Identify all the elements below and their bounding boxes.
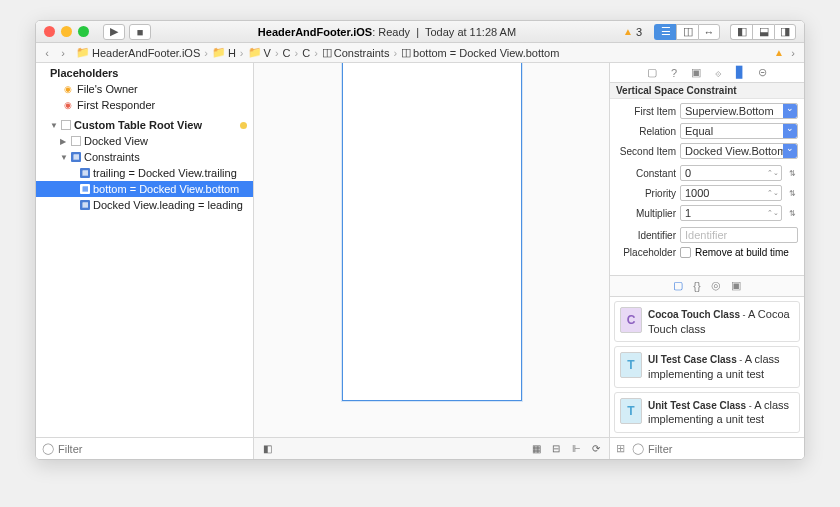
run-button[interactable]: ▶ — [103, 24, 125, 40]
issue-count[interactable]: ▲ 3 — [623, 26, 642, 38]
jump-bar[interactable]: ‹ › 📁 HeaderAndFooter.iOS› 📁 H› 📁 V› C› … — [36, 43, 804, 63]
library-item[interactable]: T Unit Test Case Class - A class impleme… — [614, 392, 800, 433]
multiplier-field[interactable]: 1 — [680, 205, 782, 221]
help-inspector-tab[interactable]: ? — [667, 67, 681, 79]
grid-view-icon[interactable]: ⊞ — [616, 442, 628, 455]
disclosure-icon[interactable]: ▼ — [50, 121, 58, 130]
outline-filter-input[interactable] — [58, 443, 247, 455]
attributes-inspector-tab[interactable]: ⟐ — [711, 67, 725, 79]
files-owner-item[interactable]: ◉ File's Owner — [36, 81, 253, 97]
stack-button[interactable]: ▦ — [529, 443, 543, 454]
align-button[interactable]: ⊟ — [549, 443, 563, 454]
inspector-panel: ▢ ? ▣ ⟐ ▊ ⊝ Vertical Space Constraint Fi… — [609, 63, 804, 459]
pin-button[interactable]: ⊩ — [569, 443, 583, 454]
outline-toggle-button[interactable]: ◧ — [260, 443, 274, 454]
size-inspector-tab[interactable]: ▊ — [733, 66, 747, 79]
library-item[interactable]: T UI Test Case Class - A class implement… — [614, 346, 800, 387]
interface-builder-canvas: ◧ ▦ ⊟ ⊩ ⟳ — [254, 63, 609, 459]
filter-icon: ◯ — [42, 442, 54, 455]
placeholder-label: Placeholder — [616, 247, 676, 258]
priority-stepper[interactable]: ⇅ — [786, 189, 798, 198]
constraint-section-header: Vertical Space Constraint — [610, 83, 804, 99]
connections-inspector-tab[interactable]: ⊝ — [755, 66, 769, 79]
build-time: Today at 11:28 AM — [425, 26, 516, 38]
standard-editor-button[interactable]: ☰ — [654, 24, 676, 40]
media-library-tab[interactable]: ▣ — [731, 279, 741, 292]
disclosure-icon[interactable]: ▶ — [60, 137, 68, 146]
back-button[interactable]: ‹ — [40, 47, 54, 59]
constraint-icon: ▦ — [80, 184, 90, 194]
file-inspector-tab[interactable]: ▢ — [645, 66, 659, 79]
library-filter-input[interactable] — [648, 443, 798, 455]
warning-number: 3 — [636, 26, 642, 38]
jump-seg-4[interactable]: C — [302, 47, 310, 59]
root-view-item[interactable]: ▼ Custom Table Root View — [36, 117, 253, 133]
identifier-label: Identifier — [616, 230, 676, 241]
constraint-icon: ▦ — [80, 168, 90, 178]
multiplier-stepper[interactable]: ⇅ — [786, 209, 798, 218]
library-filter: ⊞ ◯ — [610, 437, 804, 459]
constraint-leading[interactable]: ▦ Docked View.leading = leading — [36, 197, 253, 213]
test-icon: T — [620, 398, 642, 424]
warning-icon: ▲ — [623, 26, 633, 37]
relation-label: Relation — [616, 126, 676, 137]
document-outline[interactable]: Placeholders ◉ File's Owner ◉ First Resp… — [36, 63, 253, 437]
jump-warning-icon[interactable]: ▲ — [774, 47, 784, 58]
view-icon — [71, 136, 81, 146]
toggle-inspector-button[interactable]: ◨ — [774, 24, 796, 40]
remove-checkbox[interactable] — [680, 247, 691, 258]
object-library-tab[interactable]: ◎ — [711, 279, 721, 292]
docked-view-item[interactable]: ▶ Docked View — [36, 133, 253, 149]
library-list: C Cocoa Touch Class - A Cocoa Touch clas… — [610, 297, 804, 437]
xcode-window: ▶ ■ HeaderAndFooter.iOS: Ready | Today a… — [35, 20, 805, 460]
jump-seg-project[interactable]: 📁 HeaderAndFooter.iOS — [76, 46, 200, 59]
responder-icon: ◉ — [62, 99, 74, 111]
outline-filter: ◯ — [36, 437, 253, 459]
minimize-button[interactable] — [61, 26, 72, 37]
constraint-bottom[interactable]: ▦ bottom = Docked View.bottom — [36, 181, 253, 197]
warning-dot-icon — [240, 122, 247, 129]
constraints-icon: ▦ — [71, 152, 81, 162]
inspector-tabs: ▢ ? ▣ ⟐ ▊ ⊝ — [610, 63, 804, 83]
version-editor-button[interactable]: ↔ — [698, 24, 720, 40]
jump-seg-constraint[interactable]: ◫ bottom = Docked View.bottom — [401, 46, 559, 59]
close-button[interactable] — [44, 26, 55, 37]
constant-stepper[interactable]: ⇅ — [786, 169, 798, 178]
canvas-toolbar: ◧ ▦ ⊟ ⊩ ⟳ — [254, 437, 609, 459]
relation-select[interactable]: Equal — [680, 123, 798, 139]
jump-seg-2[interactable]: 📁 V — [248, 46, 271, 59]
forward-button[interactable]: › — [56, 47, 70, 59]
canvas-body[interactable] — [254, 63, 609, 437]
identifier-field[interactable]: Identifier — [680, 227, 798, 243]
constant-label: Constant — [616, 168, 676, 179]
stop-button[interactable]: ■ — [129, 24, 151, 40]
filter-icon: ◯ — [632, 442, 644, 455]
code-snippet-tab[interactable]: {} — [693, 280, 700, 292]
disclosure-icon[interactable]: ▼ — [60, 153, 68, 162]
jump-seg-1[interactable]: 📁 H — [212, 46, 236, 59]
first-item-select[interactable]: Superview.Bottom — [680, 103, 798, 119]
identity-inspector-tab[interactable]: ▣ — [689, 66, 703, 79]
library-item[interactable]: C Cocoa Touch Class - A Cocoa Touch clas… — [614, 301, 800, 342]
device-preview[interactable] — [342, 63, 522, 401]
constraints-group[interactable]: ▼ ▦ Constraints — [36, 149, 253, 165]
project-name: HeaderAndFooter.iOS — [258, 26, 372, 38]
assistant-editor-button[interactable]: ◫ — [676, 24, 698, 40]
jump-seg-constraints[interactable]: ◫ Constraints — [322, 46, 390, 59]
constraint-icon: ▦ — [80, 200, 90, 210]
constraint-trailing[interactable]: ▦ trailing = Docked View.trailing — [36, 165, 253, 181]
priority-field[interactable]: 1000 — [680, 185, 782, 201]
resolve-button[interactable]: ⟳ — [589, 443, 603, 454]
window-controls — [44, 26, 89, 37]
jump-next-issue[interactable]: › — [786, 47, 800, 59]
zoom-button[interactable] — [78, 26, 89, 37]
first-responder-item[interactable]: ◉ First Responder — [36, 97, 253, 113]
toggle-debug-button[interactable]: ⬓ — [752, 24, 774, 40]
multiplier-label: Multiplier — [616, 208, 676, 219]
constant-field[interactable]: 0 — [680, 165, 782, 181]
second-item-select[interactable]: Docked View.Bottom — [680, 143, 798, 159]
toggle-navigator-button[interactable]: ◧ — [730, 24, 752, 40]
remove-label: Remove at build time — [695, 247, 789, 258]
file-template-tab[interactable]: ▢ — [673, 279, 683, 292]
jump-seg-3[interactable]: C — [283, 47, 291, 59]
